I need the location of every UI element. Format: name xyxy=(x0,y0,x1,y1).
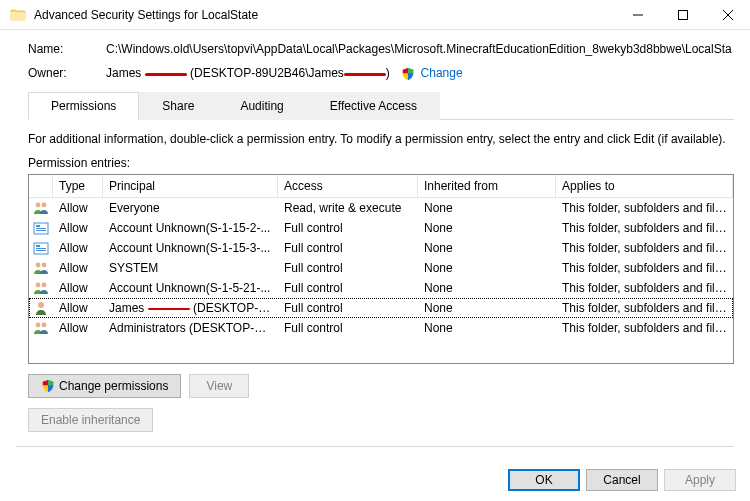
cell-type: Allow xyxy=(53,299,103,317)
principal-icon xyxy=(29,318,53,338)
cell-principal: Account Unknown(S-1-15-3-... xyxy=(103,239,278,257)
svg-point-16 xyxy=(36,322,41,327)
cell-access: Full control xyxy=(278,239,418,257)
folder-icon xyxy=(10,7,26,23)
owner-label: Owner: xyxy=(28,66,106,80)
principal-icon xyxy=(29,198,53,218)
cell-access: Read, write & execute xyxy=(278,199,418,217)
header-inherited[interactable]: Inherited from xyxy=(418,175,556,197)
cell-applies: This folder, subfolders and files xyxy=(556,259,733,277)
principal-icon xyxy=(29,298,53,318)
cell-type: Allow xyxy=(53,199,103,217)
close-button[interactable] xyxy=(705,0,750,30)
titlebar: Advanced Security Settings for LocalStat… xyxy=(0,0,750,30)
minimize-button[interactable] xyxy=(615,0,660,30)
cell-applies: This folder, subfolders and files xyxy=(556,239,733,257)
principal-icon xyxy=(29,278,53,298)
svg-point-13 xyxy=(36,282,41,287)
svg-rect-9 xyxy=(36,248,46,249)
enable-inheritance-button: Enable inheritance xyxy=(28,408,153,432)
owner-value: James (DESKTOP-89U2B46\James) Change xyxy=(106,66,734,81)
cell-type: Allow xyxy=(53,219,103,237)
svg-point-15 xyxy=(38,302,44,308)
cell-access: Full control xyxy=(278,299,418,317)
cell-inherited: None xyxy=(418,219,556,237)
apply-button: Apply xyxy=(664,469,736,491)
permission-grid[interactable]: Type Principal Access Inherited from App… xyxy=(28,174,734,364)
cell-inherited: None xyxy=(418,199,556,217)
svg-point-17 xyxy=(42,322,47,327)
svg-rect-0 xyxy=(678,10,687,19)
tabs: Permissions Share Auditing Effective Acc… xyxy=(28,91,734,120)
change-owner-link[interactable]: Change xyxy=(421,66,463,80)
view-button: View xyxy=(189,374,249,398)
cell-inherited: None xyxy=(418,279,556,297)
tab-share[interactable]: Share xyxy=(139,92,217,120)
tab-effective-access[interactable]: Effective Access xyxy=(307,92,440,120)
change-permissions-button[interactable]: Change permissions xyxy=(28,374,181,398)
cell-access: Full control xyxy=(278,259,418,277)
svg-point-11 xyxy=(36,262,41,267)
cell-applies: This folder, subfolders and files xyxy=(556,299,733,317)
table-row[interactable]: AllowAccount Unknown(S-1-5-21-...Full co… xyxy=(29,278,733,298)
principal-icon xyxy=(29,238,53,258)
redaction xyxy=(145,69,187,79)
window-title: Advanced Security Settings for LocalStat… xyxy=(34,8,615,22)
svg-point-2 xyxy=(42,202,47,207)
svg-point-12 xyxy=(42,262,47,267)
svg-rect-4 xyxy=(36,225,40,227)
cell-principal: Account Unknown(S-1-5-21-... xyxy=(103,279,278,297)
header-type[interactable]: Type xyxy=(53,175,103,197)
cell-inherited: None xyxy=(418,319,556,337)
tab-auditing[interactable]: Auditing xyxy=(217,92,306,120)
dialog-footer: OK Cancel Apply xyxy=(508,469,736,491)
svg-rect-10 xyxy=(36,250,46,251)
cell-principal: SYSTEM xyxy=(103,259,278,277)
cell-type: Allow xyxy=(53,259,103,277)
header-access[interactable]: Access xyxy=(278,175,418,197)
name-value: C:\Windows.old\Users\topvi\AppData\Local… xyxy=(106,42,734,56)
cell-principal: Everyone xyxy=(103,199,278,217)
cell-applies: This folder, subfolders and files xyxy=(556,319,733,337)
table-row[interactable]: AllowAccount Unknown(S-1-15-3-...Full co… xyxy=(29,238,733,258)
svg-rect-8 xyxy=(36,245,40,247)
cell-inherited: None xyxy=(418,239,556,257)
redaction xyxy=(344,69,386,79)
table-row[interactable]: AllowJames (DESKTOP-89U...Full controlNo… xyxy=(29,298,733,318)
table-row[interactable]: AllowSYSTEMFull controlNoneThis folder, … xyxy=(29,258,733,278)
cell-applies: This folder, subfolders and files xyxy=(556,279,733,297)
maximize-button[interactable] xyxy=(660,0,705,30)
cell-type: Allow xyxy=(53,239,103,257)
svg-rect-5 xyxy=(36,228,46,229)
name-label: Name: xyxy=(28,42,106,56)
cell-applies: This folder, subfolders and files xyxy=(556,219,733,237)
cell-principal: James (DESKTOP-89U... xyxy=(103,299,278,317)
cell-inherited: None xyxy=(418,299,556,317)
cell-principal: Account Unknown(S-1-15-2-... xyxy=(103,219,278,237)
cell-access: Full control xyxy=(278,319,418,337)
separator xyxy=(16,446,734,447)
svg-point-1 xyxy=(36,202,41,207)
svg-point-14 xyxy=(42,282,47,287)
table-row[interactable]: AllowAccount Unknown(S-1-15-2-...Full co… xyxy=(29,218,733,238)
grid-header: Type Principal Access Inherited from App… xyxy=(29,175,733,198)
header-principal[interactable]: Principal xyxy=(103,175,278,197)
principal-icon xyxy=(29,258,53,278)
cell-applies: This folder, subfolders and files xyxy=(556,199,733,217)
entries-label: Permission entries: xyxy=(28,156,734,170)
svg-rect-6 xyxy=(36,230,46,231)
principal-icon xyxy=(29,218,53,238)
shield-icon xyxy=(401,67,415,81)
cancel-button[interactable]: Cancel xyxy=(586,469,658,491)
cell-type: Allow xyxy=(53,279,103,297)
table-row[interactable]: AllowAdministrators (DESKTOP-89U...Full … xyxy=(29,318,733,338)
info-text: For additional information, double-click… xyxy=(28,132,734,146)
table-row[interactable]: AllowEveryoneRead, write & executeNoneTh… xyxy=(29,198,733,218)
cell-inherited: None xyxy=(418,259,556,277)
cell-access: Full control xyxy=(278,279,418,297)
shield-icon xyxy=(41,379,55,393)
cell-access: Full control xyxy=(278,219,418,237)
header-applies[interactable]: Applies to xyxy=(556,175,733,197)
ok-button[interactable]: OK xyxy=(508,469,580,491)
tab-permissions[interactable]: Permissions xyxy=(28,92,139,120)
